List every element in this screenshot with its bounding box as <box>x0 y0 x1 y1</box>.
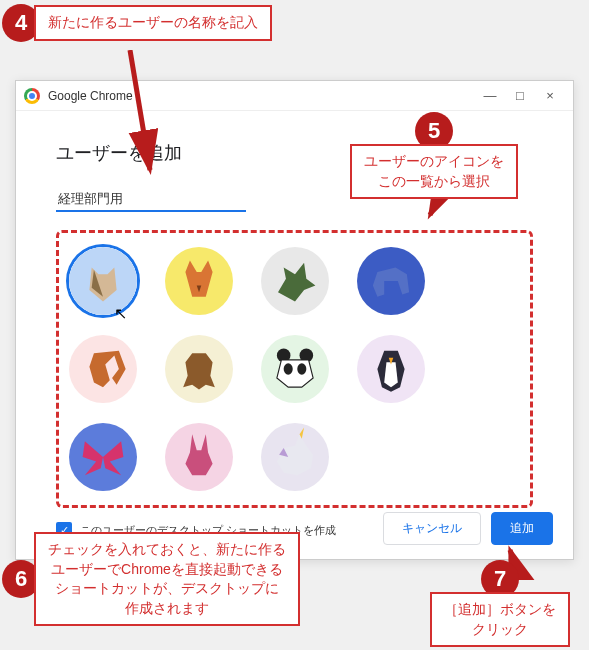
cursor-icon: ↖ <box>114 304 127 323</box>
avatar-butterfly-origami[interactable] <box>69 423 137 491</box>
window-controls: — □ × <box>475 84 565 108</box>
avatar-unicorn-origami[interactable] <box>261 423 329 491</box>
avatar-rabbit-origami[interactable] <box>165 423 233 491</box>
titlebar: Google Chrome — □ × <box>16 81 573 111</box>
user-name-input[interactable] <box>56 187 246 212</box>
avatar-cat-origami[interactable]: ↖ <box>69 247 137 315</box>
maximize-button[interactable]: □ <box>505 84 535 108</box>
avatar-panda-origami[interactable] <box>261 335 329 403</box>
callout-4: 4 新たに作るユーザーの名称を記入 <box>2 4 272 42</box>
cancel-button[interactable]: キャンセル <box>383 512 481 545</box>
add-button[interactable]: 追加 <box>491 512 553 545</box>
chrome-icon <box>24 88 40 104</box>
avatar-squirrel-origami[interactable] <box>69 335 137 403</box>
callout-text: 新たに作るユーザーの名称を記入 <box>34 5 272 41</box>
close-button[interactable]: × <box>535 84 565 108</box>
callout-7: 7 ［追加］ボタンをクリック <box>430 560 570 647</box>
window-title: Google Chrome <box>48 89 475 103</box>
callout-text: ［追加］ボタンをクリック <box>430 592 570 647</box>
avatar-fox-origami[interactable] <box>165 247 233 315</box>
callout-text: ユーザーのアイコンをこの一覧から選択 <box>350 144 518 199</box>
callout-6: 6 チェックを入れておくと、新たに作るユーザーでChromeを直接起動できるショ… <box>2 532 300 626</box>
avatar-dragon-origami[interactable] <box>261 247 329 315</box>
callout-5: 5 ユーザーのアイコンをこの一覧から選択 <box>350 112 518 199</box>
dialog-buttons: キャンセル 追加 <box>383 512 553 545</box>
avatar-monkey-origami[interactable] <box>165 335 233 403</box>
svg-point-10 <box>297 363 306 374</box>
avatar-penguin-origami[interactable] <box>357 335 425 403</box>
avatar-elephant-origami[interactable] <box>357 247 425 315</box>
minimize-button[interactable]: — <box>475 84 505 108</box>
svg-point-9 <box>284 363 293 374</box>
avatar-selection-grid: ↖ <box>56 230 533 508</box>
callout-text: チェックを入れておくと、新たに作るユーザーでChromeを直接起動できるショート… <box>34 532 300 626</box>
